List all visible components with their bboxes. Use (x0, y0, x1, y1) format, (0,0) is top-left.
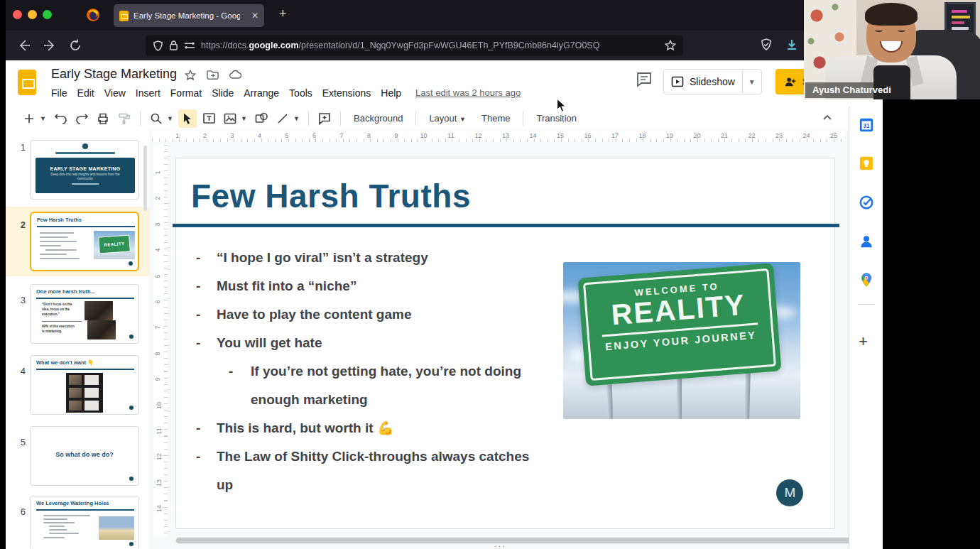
insert-comment-button[interactable] (315, 109, 334, 128)
thumb5-logo-dot (129, 477, 134, 481)
thumb1-footer-bar (72, 183, 99, 185)
calendar-icon[interactable]: 31 (859, 117, 874, 133)
edit-toolbar: ▼ ▼ ▼ ▼ Background Layout ▼ Theme Transi… (6, 107, 883, 130)
zoom-button[interactable] (147, 109, 165, 128)
menu-format[interactable]: Format (165, 85, 207, 101)
traffic-light-close[interactable] (13, 10, 22, 19)
slide-number-2: 2 (13, 219, 26, 230)
slideshow-button[interactable]: Slideshow ▼ (663, 69, 762, 94)
url-bar[interactable]: https://docs.google.com/presentation/d/1… (146, 35, 683, 56)
thumb6-image (99, 516, 134, 540)
browser-tab[interactable]: Early Stage Marketing - Google ✕ (114, 4, 264, 27)
back-icon[interactable] (17, 38, 31, 53)
menu-help[interactable]: Help (376, 85, 406, 101)
theme-button[interactable]: Theme (475, 110, 516, 126)
hruler-tick-21: 21 (721, 132, 728, 139)
new-slide-button[interactable] (20, 109, 38, 128)
traffic-light-minimize[interactable] (28, 10, 37, 19)
redo-button[interactable] (72, 109, 91, 128)
thumb3-image-bottom (87, 320, 116, 339)
menu-extensions[interactable]: Extensions (317, 85, 376, 101)
keep-icon[interactable] (859, 156, 874, 171)
hruler-tick-18: 18 (638, 132, 646, 139)
maps-icon[interactable] (859, 272, 874, 288)
insert-image-dropdown[interactable]: ▼ (241, 115, 249, 122)
zoom-dropdown[interactable]: ▼ (167, 115, 175, 122)
menu-view[interactable]: View (99, 85, 131, 101)
slide-title[interactable]: Few Harsh Truths (191, 177, 471, 215)
last-edit-link[interactable]: Last edit was 2 hours ago (415, 87, 521, 98)
slide-thumbnail-2[interactable]: Few Harsh Truths REALITY (30, 212, 139, 271)
collapse-toolbar-icon[interactable] (822, 112, 833, 124)
slide-bullet-2: -Must fit into a “niche” (196, 272, 537, 300)
move-folder-icon[interactable] (207, 70, 219, 80)
slide-thumbnail-1[interactable]: EARLY STAGE MARKETING Deep dive into rea… (30, 140, 139, 200)
protection-shield-icon[interactable] (760, 38, 773, 51)
hruler-tick-11: 11 (447, 132, 454, 139)
reload-icon[interactable] (68, 38, 82, 53)
tasks-icon[interactable] (859, 195, 874, 210)
paint-format-button[interactable] (115, 109, 134, 128)
document-title[interactable]: Early Stage Marketing (51, 67, 177, 82)
slideshow-dropdown[interactable]: ▼ (742, 70, 761, 94)
brand-logo-circle: M (776, 479, 803, 506)
new-tab-button[interactable]: + (279, 6, 287, 21)
thumb3-quote: “Don’t focus on the idea, focus on the e… (42, 303, 80, 317)
insert-image-button[interactable] (221, 109, 239, 128)
shield-icon[interactable] (153, 40, 163, 51)
insert-line-dropdown[interactable]: ▼ (293, 115, 302, 122)
traffic-light-zoom[interactable] (43, 10, 52, 19)
text-box-button[interactable] (200, 109, 218, 128)
notes-drag-handle[interactable]: ... (494, 538, 506, 549)
vruler-tick-10: 10 (156, 402, 163, 409)
vruler-tick-14: 14 (156, 505, 163, 512)
bookmark-star-icon[interactable] (665, 40, 676, 51)
horizontal-ruler: 1234567891011121314151617181920212223242… (152, 131, 845, 142)
comment-history-icon[interactable] (636, 71, 653, 88)
bullet-dash: - (196, 414, 217, 442)
sign-line-main: REALITY (610, 290, 746, 331)
forward-icon[interactable] (43, 38, 57, 53)
menu-edit[interactable]: Edit (72, 85, 99, 101)
permissions-icon[interactable] (184, 41, 195, 50)
reality-sign-image[interactable]: WELCOME TO REALITY ENJOY YOUR JOURNEY (563, 262, 800, 419)
download-icon[interactable] (785, 38, 798, 51)
get-addons-button[interactable]: + (859, 332, 868, 351)
layout-button[interactable]: Layout ▼ (423, 110, 472, 126)
slide-thumbnail-3[interactable]: One more harsh truth... “Don’t focus on … (30, 284, 139, 344)
insert-shape-button[interactable] (252, 109, 271, 128)
undo-button[interactable] (51, 109, 70, 128)
hruler-tick-19: 19 (666, 132, 673, 139)
bullet-dash: - (196, 300, 217, 329)
slides-app-icon[interactable] (18, 70, 36, 95)
horizontal-scrollbar[interactable] (175, 537, 878, 544)
select-tool-button[interactable] (178, 109, 197, 128)
contacts-icon[interactable] (859, 234, 874, 249)
person-eye (898, 28, 905, 32)
thumb6-logo-dot (129, 542, 134, 546)
menu-arrange[interactable]: Arrange (239, 85, 284, 101)
tab-close-icon[interactable]: ✕ (251, 11, 258, 21)
background-button[interactable]: Background (347, 110, 409, 126)
firefox-icon[interactable] (86, 8, 100, 22)
menu-tools[interactable]: Tools (284, 85, 317, 101)
filmstrip-scrollbar[interactable] (143, 146, 147, 211)
lock-icon[interactable] (169, 40, 178, 50)
slide-canvas[interactable]: Few Harsh Truths -“I hope I go viral” is… (175, 158, 835, 529)
thumb3-logo-dot (129, 335, 134, 339)
slide-thumbnail-5[interactable]: So what do we do? (30, 426, 139, 486)
star-icon[interactable] (185, 70, 196, 81)
new-slide-dropdown[interactable]: ▼ (40, 115, 48, 122)
menu-insert[interactable]: Insert (131, 85, 165, 101)
slide-thumbnail-4[interactable]: What we don’t want 👇 (30, 355, 139, 415)
thumb1-subtitle: Deep dive into real insights and lessons… (43, 173, 127, 181)
slide-thumbnail-6[interactable]: We Leverage Watering Holes (30, 496, 139, 549)
cloud-status-icon[interactable] (229, 70, 242, 80)
menu-file[interactable]: File (46, 85, 72, 101)
slide-bullet-6: -This is hard, but worth it 💪 (196, 414, 537, 442)
bullet-list[interactable]: -“I hope I go viral” isn’t a strategy-Mu… (196, 244, 537, 499)
insert-line-button[interactable] (273, 109, 292, 128)
person-eye (875, 28, 883, 32)
print-button[interactable] (94, 109, 112, 128)
menu-slide[interactable]: Slide (207, 85, 239, 101)
